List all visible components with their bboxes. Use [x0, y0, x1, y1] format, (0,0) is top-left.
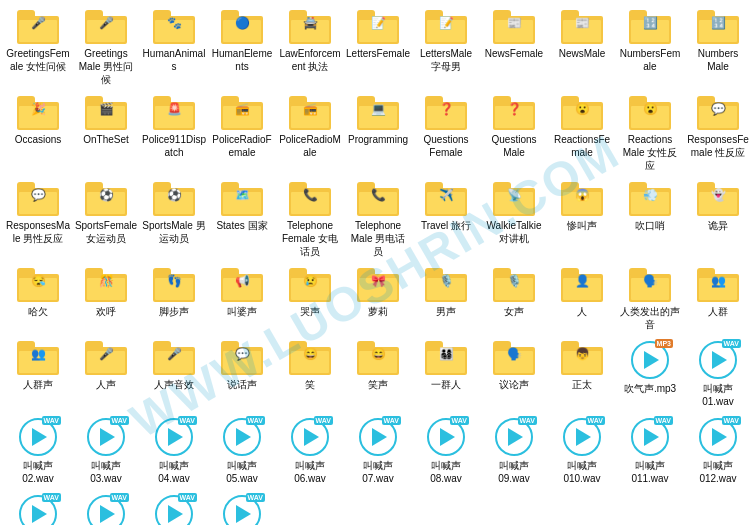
folder-item[interactable]: 🔢 NumbersFemale [616, 6, 684, 90]
folder-item[interactable]: 🎀 萝莉 [344, 264, 412, 335]
item-label: 诡异 [708, 219, 728, 232]
folder-item[interactable]: 👨‍👩‍👧‍👦 一群人 [412, 337, 480, 412]
file-item[interactable]: WAV 叫喊声 010.wav [548, 414, 616, 489]
folder-item[interactable]: 😢 哭声 [276, 264, 344, 335]
folder-item[interactable]: 💨 吹口哨 [616, 178, 684, 262]
folder-item[interactable]: ⚽ SportsMale 男运动员 [140, 178, 208, 262]
file-item[interactable]: WAV 叫喊声 01.wav [684, 337, 750, 412]
folder-item[interactable]: 💬 说话声 [208, 337, 276, 412]
folder-item[interactable]: 😄 笑 [276, 337, 344, 412]
file-item[interactable]: WAV 叫喊声 015.wav [140, 491, 208, 525]
file-icon: WAV [495, 418, 533, 456]
folder-item[interactable]: 👤 人 [548, 264, 616, 335]
folder-icon: 😄 [289, 341, 331, 375]
file-item[interactable]: WAV 叫喊声 019.wav [208, 491, 276, 525]
file-icon: WAV [19, 495, 57, 525]
folder-item[interactable]: 📢 叫婆声 [208, 264, 276, 335]
folder-icon: 📰 [561, 10, 603, 44]
item-label: NewsFemale [485, 47, 543, 60]
folder-item[interactable]: ⚽ SportsFemale 女运动员 [72, 178, 140, 262]
folder-item[interactable]: 🎤 GreetingsFemale 女性问候 [4, 6, 72, 90]
folder-item[interactable]: 🗣️ 议论声 [480, 337, 548, 412]
item-label: LawEnforcement 执法 [278, 47, 342, 73]
item-label: HumanElements [210, 47, 274, 73]
item-label: 叫喊声 01.wav [686, 382, 750, 408]
folder-icon: 👥 [697, 268, 739, 302]
folder-item[interactable]: 🎙️ 男声 [412, 264, 480, 335]
folder-item[interactable]: 🎤 Greetings Male 男性问候 [72, 6, 140, 90]
file-item[interactable]: WAV 叫喊声 08.wav [412, 414, 480, 489]
item-label: Reactions Male 女性反应 [618, 133, 682, 172]
folder-item[interactable]: 📰 NewsFemale [480, 6, 548, 90]
folder-item[interactable]: 📻 PoliceRadioMale [276, 92, 344, 176]
folder-item[interactable]: 👦 正太 [548, 337, 616, 412]
item-label: 叫喊声 012.wav [686, 459, 750, 485]
folder-item[interactable]: 👻 诡异 [684, 178, 750, 262]
file-item[interactable]: WAV 叫喊声 013.wav [4, 491, 72, 525]
folder-item[interactable]: 🎉 Occasions [4, 92, 72, 176]
folder-item[interactable]: 📝 LettersFemale [344, 6, 412, 90]
file-item[interactable]: WAV 叫喊声 011.wav [616, 414, 684, 489]
file-item[interactable]: WAV 叫喊声 07.wav [344, 414, 412, 489]
folder-icon: 😱 [561, 182, 603, 216]
folder-item[interactable]: 💬 ResponsesMale 男性反应 [4, 178, 72, 262]
item-label: 吹口哨 [635, 219, 665, 232]
item-label: 叫喊声 010.wav [550, 459, 614, 485]
folder-item[interactable]: 🚔 LawEnforcement 执法 [276, 6, 344, 90]
item-label: 笑声 [368, 378, 388, 391]
folder-item[interactable]: 😄 笑声 [344, 337, 412, 412]
item-label: 叫喊声 06.wav [278, 459, 342, 485]
folder-item[interactable]: 🔢 Numbers Male [684, 6, 750, 90]
folder-item[interactable]: 🎙️ 女声 [480, 264, 548, 335]
file-item[interactable]: WAV 叫喊声 05.wav [208, 414, 276, 489]
file-item[interactable]: MP3 吹气声.mp3 [616, 337, 684, 412]
folder-item[interactable]: ❓ Questions Male [480, 92, 548, 176]
folder-item[interactable]: 🗺️ States 国家 [208, 178, 276, 262]
folder-icon: 😢 [289, 268, 331, 302]
item-label: 吹气声.mp3 [624, 382, 676, 395]
folder-item[interactable]: 🚨 Police911Dispatch [140, 92, 208, 176]
file-item[interactable]: WAV 叫喊声 014.wav [72, 491, 140, 525]
folder-item[interactable]: ✈️ Travel 旅行 [412, 178, 480, 262]
folder-item[interactable]: 😮 ReactionsFemale [548, 92, 616, 176]
folder-item[interactable]: 📞 Telephone Female 女电话员 [276, 178, 344, 262]
file-item[interactable]: WAV 叫喊声 02.wav [4, 414, 72, 489]
folder-item[interactable]: 🔵 HumanElements [208, 6, 276, 90]
file-item[interactable]: WAV 叫喊声 03.wav [72, 414, 140, 489]
item-label: LettersMale 字母男 [414, 47, 478, 73]
folder-item[interactable]: 😮 Reactions Male 女性反应 [616, 92, 684, 176]
folder-item[interactable]: 👥 人群声 [4, 337, 72, 412]
folder-icon: 🎤 [85, 341, 127, 375]
folder-item[interactable]: 📰 NewsMale [548, 6, 616, 90]
folder-item[interactable]: 🎊 欢呼 [72, 264, 140, 335]
folder-icon: 📰 [493, 10, 535, 44]
folder-item[interactable]: 💬 ResponsesFemale 性反应 [684, 92, 750, 176]
item-label: NumbersFemale [618, 47, 682, 73]
file-item[interactable]: WAV 叫喊声 06.wav [276, 414, 344, 489]
folder-item[interactable]: 📞 Telephone Male 男电话员 [344, 178, 412, 262]
folder-item[interactable]: ❓ Questions Female [412, 92, 480, 176]
folder-item[interactable]: 💻 Programming [344, 92, 412, 176]
file-item[interactable]: WAV 叫喊声 012.wav [684, 414, 750, 489]
folder-item[interactable]: 📝 LettersMale 字母男 [412, 6, 480, 90]
folder-icon: 📻 [221, 96, 263, 130]
item-label: HumanAnimals [142, 47, 206, 73]
folder-icon: 😮 [629, 96, 671, 130]
folder-item[interactable]: 📻 PoliceRadioFemale [208, 92, 276, 176]
file-grid: 🎤 GreetingsFemale 女性问候 🎤 Greetings Male … [0, 0, 750, 525]
folder-item[interactable]: 😱 惨叫声 [548, 178, 616, 262]
item-label: GreetingsFemale 女性问候 [6, 47, 70, 73]
folder-item[interactable]: 👣 脚步声 [140, 264, 208, 335]
folder-item[interactable]: 📡 WalkieTalkie 对讲机 [480, 178, 548, 262]
item-label: LettersFemale [346, 47, 410, 60]
folder-item[interactable]: 👥 人群 [684, 264, 750, 335]
folder-item[interactable]: 🐾 HumanAnimals [140, 6, 208, 90]
folder-item[interactable]: 🎬 OnTheSet [72, 92, 140, 176]
file-item[interactable]: WAV 叫喊声 09.wav [480, 414, 548, 489]
folder-item[interactable]: 🗣️ 人类发出的声音 [616, 264, 684, 335]
folder-item[interactable]: 🎤 人声音效 [140, 337, 208, 412]
folder-item[interactable]: 🎤 人声 [72, 337, 140, 412]
folder-item[interactable]: 😪 哈欠 [4, 264, 72, 335]
file-item[interactable]: WAV 叫喊声 04.wav [140, 414, 208, 489]
folder-icon: 👣 [153, 268, 195, 302]
